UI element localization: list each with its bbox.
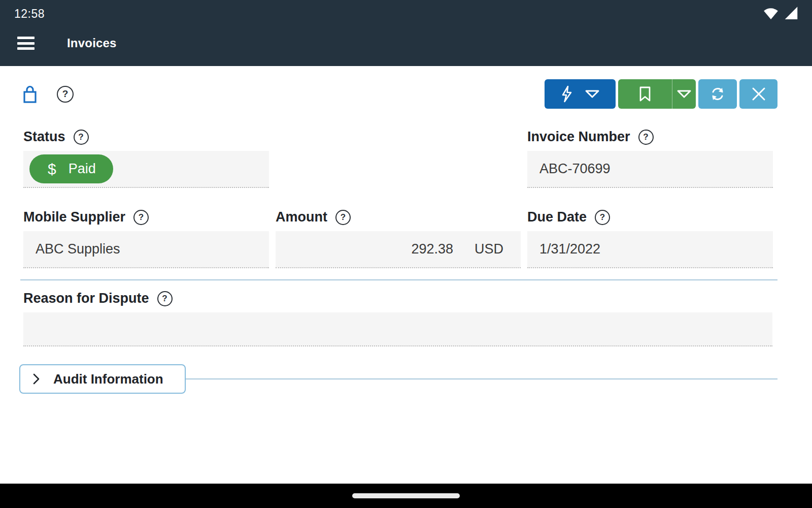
invoice-number-field-group: Invoice Number ? ABC-70699 (527, 129, 773, 188)
hamburger-menu-icon[interactable] (17, 37, 35, 50)
chevron-right-icon (32, 373, 40, 385)
quick-action-button[interactable] (545, 79, 616, 109)
reason-for-dispute-field[interactable] (23, 312, 772, 346)
chevron-down-icon (585, 89, 600, 99)
status-label: Status (23, 129, 65, 145)
amount-currency[interactable]: USD (475, 241, 503, 257)
audit-information-toggle[interactable]: Audit Information (19, 364, 186, 394)
dollar-icon: $ (48, 162, 56, 177)
status-value: Paid (69, 161, 96, 177)
invoice-number-field[interactable]: ABC-70699 (527, 151, 773, 188)
status-help-icon[interactable]: ? (74, 130, 89, 145)
help-icon[interactable]: ? (57, 86, 74, 103)
due-date-field-group: Due Date ? 1/31/2022 (527, 209, 773, 268)
cellular-signal-icon (784, 6, 799, 21)
due-date-field[interactable]: 1/31/2022 (527, 231, 773, 268)
invoice-number-value: ABC-70699 (539, 161, 611, 177)
chevron-down-icon[interactable] (672, 79, 696, 109)
refresh-icon (709, 85, 726, 103)
due-date-help-icon[interactable]: ? (595, 210, 610, 225)
status-bar: 12:58 (0, 0, 812, 24)
close-icon (751, 86, 766, 102)
audit-information-label: Audit Information (53, 371, 163, 387)
due-date-label: Due Date (527, 209, 587, 225)
amount-field[interactable]: 292.38 USD (276, 231, 521, 268)
action-toolbar (545, 79, 777, 109)
invoice-form: Status ? $ Paid Invoice Number ? ABC-706… (23, 129, 779, 268)
close-button[interactable] (739, 79, 777, 109)
amount-label: Amount (276, 209, 327, 225)
wifi-icon (762, 6, 780, 21)
clock: 12:58 (14, 4, 45, 21)
reason-for-dispute-field-group: Reason for Dispute ? (23, 291, 772, 346)
app-bar: Invoices (0, 24, 812, 66)
due-date-value: 1/31/2022 (539, 241, 600, 257)
mobile-supplier-value: ABC Supplies (36, 241, 120, 257)
mobile-supplier-label: Mobile Supplier (23, 209, 125, 225)
amount-value: 292.38 (411, 241, 453, 257)
status-field[interactable]: $ Paid (23, 151, 269, 188)
status-badge: $ Paid (29, 154, 113, 183)
bookmark-button[interactable] (618, 79, 696, 109)
lightning-bolt-icon (560, 85, 573, 103)
section-divider (20, 279, 777, 280)
audit-section-rule (186, 378, 777, 379)
system-navigation-bar (0, 484, 812, 508)
mobile-supplier-help-icon[interactable]: ? (133, 210, 149, 225)
mobile-supplier-field[interactable]: ABC Supplies (23, 231, 269, 268)
invoice-detail-panel: ? (0, 66, 812, 484)
amount-help-icon[interactable]: ? (335, 210, 351, 225)
reason-for-dispute-label: Reason for Dispute (23, 291, 149, 306)
invoice-number-label: Invoice Number (527, 129, 630, 145)
refresh-button[interactable] (698, 79, 737, 109)
reason-for-dispute-help-icon[interactable]: ? (157, 291, 173, 306)
audit-information-section: Audit Information (19, 364, 777, 394)
app-header: 12:58 Invoices (0, 0, 812, 66)
bookmark-icon[interactable] (618, 79, 672, 109)
mobile-supplier-field-group: Mobile Supplier ? ABC Supplies (23, 209, 269, 268)
page-title: Invoices (67, 36, 117, 50)
home-indicator[interactable] (352, 493, 460, 498)
status-icons (762, 3, 799, 21)
status-field-group: Status ? $ Paid (23, 129, 269, 188)
invoice-number-help-icon[interactable]: ? (638, 130, 654, 145)
amount-field-group: Amount ? 292.38 USD (276, 209, 521, 268)
lock-icon (22, 84, 38, 104)
